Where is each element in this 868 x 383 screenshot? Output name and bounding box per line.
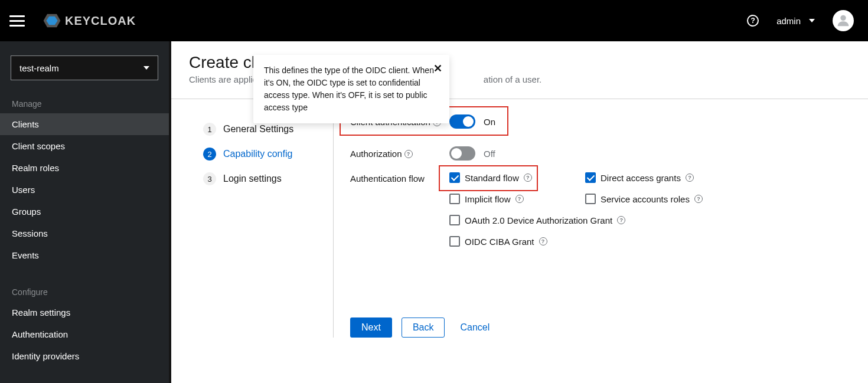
close-icon[interactable]: ✕	[433, 61, 442, 77]
checkbox-icon[interactable]	[449, 172, 460, 183]
realm-selector[interactable]: test-realm	[11, 55, 158, 80]
sidebar-item-sessions[interactable]: Sessions	[0, 222, 169, 244]
sidebar-section-manage: Manage	[0, 91, 169, 113]
help-icon[interactable]: ?	[747, 15, 759, 27]
cancel-button[interactable]: Cancel	[454, 318, 495, 337]
wizard-step-capability[interactable]: 2 Capability config	[203, 142, 333, 166]
brand-text: KEYCLOAK	[65, 14, 136, 28]
user-menu[interactable]: admin	[776, 16, 815, 26]
svg-point-2	[840, 15, 846, 21]
chevron-down-icon	[809, 19, 815, 22]
label-authentication-flow: Authentication flow	[350, 172, 449, 184]
checkbox-icon[interactable]	[585, 172, 596, 183]
sidebar-item-users[interactable]: Users	[0, 179, 169, 201]
form-area: Client authentication ? On	[334, 114, 850, 338]
tooltip-client-authentication: This defines the type of the OIDC client…	[253, 55, 449, 123]
help-icon[interactable]: ?	[539, 237, 547, 245]
sidebar: test-realm Manage Clients Client scopes …	[0, 41, 171, 383]
help-icon[interactable]: ?	[617, 216, 625, 224]
sidebar-item-realm-roles[interactable]: Realm roles	[0, 157, 169, 179]
checkbox-oidc-ciba-grant[interactable]: OIDC CIBA Grant ?	[449, 236, 739, 247]
help-icon[interactable]: ?	[524, 174, 532, 182]
help-icon[interactable]: ?	[515, 195, 524, 203]
chevron-down-icon	[143, 66, 149, 70]
sidebar-item-authentication[interactable]: Authentication	[0, 323, 169, 345]
help-icon[interactable]: ?	[694, 195, 703, 203]
checkbox-icon[interactable]	[585, 194, 596, 204]
sidebar-item-groups[interactable]: Groups	[0, 201, 169, 222]
toggle-label-client-auth: On	[484, 117, 495, 127]
back-button[interactable]: Back	[402, 317, 445, 338]
hamburger-menu-icon[interactable]	[9, 12, 26, 29]
username-label: admin	[776, 16, 801, 26]
sidebar-item-client-scopes[interactable]: Client scopes	[0, 135, 169, 157]
toggle-label-authorization: Off	[484, 149, 495, 159]
sidebar-item-events[interactable]: Events	[0, 244, 169, 266]
label-authorization: Authorization ?	[350, 146, 449, 159]
checkbox-icon[interactable]	[449, 236, 460, 247]
help-icon[interactable]: ?	[404, 150, 413, 158]
checkbox-standard-flow[interactable]: Standard flow ?	[449, 172, 585, 183]
help-icon[interactable]: ?	[686, 174, 694, 182]
wizard-buttons: Next Back Cancel	[350, 317, 850, 338]
keycloak-logo-icon	[43, 11, 61, 30]
sidebar-item-clients[interactable]: Clients	[0, 113, 169, 135]
checkbox-implicit-flow[interactable]: Implicit flow ?	[449, 194, 585, 204]
checkbox-icon[interactable]	[449, 194, 460, 204]
sidebar-item-identity-providers[interactable]: Identity providers	[0, 345, 169, 367]
realm-name: test-realm	[19, 63, 59, 73]
row-authentication-flow: Authentication flow Standard flow ?	[350, 172, 850, 247]
brand-logo[interactable]: KEYCLOAK	[43, 11, 136, 30]
toggle-authorization[interactable]	[449, 146, 475, 161]
checkbox-service-accounts-roles[interactable]: Service accounts roles ?	[585, 194, 739, 204]
checkbox-direct-access-grants[interactable]: Direct access grants ?	[585, 172, 739, 183]
app-header: KEYCLOAK ? admin	[0, 0, 868, 41]
avatar-icon	[835, 12, 851, 29]
toggle-client-authentication[interactable]	[449, 114, 475, 129]
next-button[interactable]: Next	[350, 317, 392, 338]
tooltip-text: This defines the type of the OIDC client…	[264, 66, 434, 112]
wizard-step-login[interactable]: 3 Login settings	[203, 166, 333, 191]
row-authorization: Authorization ? Off	[350, 146, 850, 161]
checkbox-icon[interactable]	[449, 215, 460, 225]
avatar[interactable]	[833, 10, 854, 31]
checkbox-oauth-device-grant[interactable]: OAuth 2.0 Device Authorization Grant ?	[449, 215, 739, 225]
wizard-steps: 1 General Settings 2 Capability config 3…	[189, 114, 334, 338]
sidebar-section-configure: Configure	[0, 279, 169, 302]
sidebar-item-realm-settings[interactable]: Realm settings	[0, 302, 169, 323]
